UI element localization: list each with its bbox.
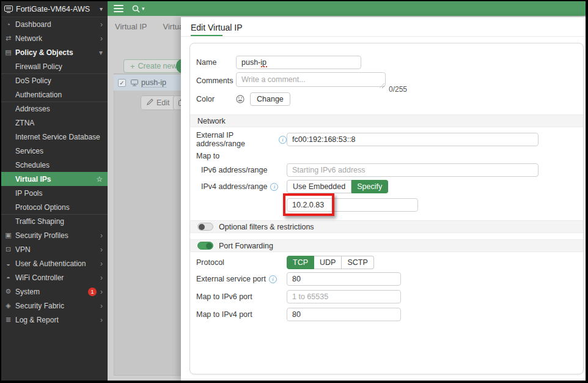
log-report-icon: ≣ bbox=[4, 316, 12, 324]
sidebar: FortiGate-VM64-AWS ▾ ◔ Dashboard › ⇄ Net… bbox=[1, 1, 108, 381]
dashboard-icon: ◔ bbox=[4, 21, 12, 28]
specify-button[interactable]: Specify bbox=[351, 180, 388, 193]
protocol-label: Protocol bbox=[196, 258, 287, 267]
sidebar-item-virtual-ips[interactable]: Virtual IPs ☆ bbox=[1, 172, 108, 186]
protocol-segmented: TCP UDP SCTP bbox=[287, 256, 374, 269]
edit-virtual-ip-panel: Edit Virtual IP Name Comments 0/255 bbox=[181, 17, 586, 381]
edit-form-card: Name Comments 0/255 Color Cha bbox=[189, 43, 584, 374]
map-ipv6-port-label: Map to IPv6 port bbox=[196, 292, 287, 301]
row-checkbox[interactable]: ✓ bbox=[118, 79, 126, 87]
name-input[interactable] bbox=[236, 56, 361, 69]
edit-button[interactable]: Edit bbox=[141, 95, 176, 110]
sidebar-item-policy-objects[interactable]: ▤ Policy & Objects ▾ bbox=[1, 45, 108, 59]
external-service-port-input[interactable] bbox=[287, 272, 401, 286]
security-fabric-icon: ◈ bbox=[4, 302, 12, 310]
fortigate-logo-icon bbox=[4, 6, 13, 13]
comments-input[interactable] bbox=[236, 72, 386, 87]
table-row[interactable]: ✓ push-ip bbox=[114, 75, 182, 91]
pencil-icon bbox=[147, 99, 156, 107]
color-label: Color bbox=[196, 95, 236, 103]
info-icon[interactable]: i bbox=[270, 183, 278, 191]
system-gear-icon: ⚙ bbox=[4, 288, 12, 296]
color-change-button[interactable]: Change bbox=[250, 92, 290, 106]
map-ipv4-port-label: Map to IPv4 port bbox=[196, 310, 287, 319]
sidebar-item-security-fabric[interactable]: ◈ Security Fabric › bbox=[1, 299, 108, 313]
optional-filters-section: Optional filters & restrictions bbox=[190, 220, 583, 233]
map-ipv6-port-input[interactable] bbox=[287, 290, 401, 303]
map-ipv4-port-input[interactable] bbox=[287, 308, 401, 321]
search-button[interactable]: ▾ bbox=[132, 5, 145, 13]
chevron-right-icon: › bbox=[100, 259, 103, 268]
sidebar-item-services[interactable]: Services bbox=[1, 144, 108, 158]
tcp-button[interactable]: TCP bbox=[287, 256, 314, 269]
sidebar-item-dos-policy[interactable]: DoS Policy bbox=[1, 73, 108, 87]
optional-filters-label: Optional filters & restrictions bbox=[219, 223, 314, 231]
sidebar-item-dashboard[interactable]: ◔ Dashboard › bbox=[1, 17, 108, 31]
content-tabs: Virtual IPVirtual IP Group bbox=[115, 21, 183, 32]
port-forwarding-label: Port Forwarding bbox=[219, 242, 273, 250]
sidebar-item-system[interactable]: ⚙ System 1 › bbox=[1, 284, 108, 299]
device-name: FortiGate-VM64-AWS bbox=[16, 5, 90, 13]
sidebar-item-traffic-shaping[interactable]: Traffic Shaping bbox=[1, 214, 108, 228]
sidebar-item-internet-service-database[interactable]: Internet Service Database bbox=[1, 130, 108, 144]
sidebar-item-user-authentication[interactable]: ◒ User & Authentication › bbox=[1, 256, 108, 270]
device-selector[interactable]: FortiGate-VM64-AWS ▾ bbox=[1, 1, 108, 17]
sidebar-item-security-profiles[interactable]: ▣ Security Profiles › bbox=[1, 228, 108, 242]
sidebar-item-log-report[interactable]: ≣ Log & Report › bbox=[1, 313, 108, 327]
chevron-down-icon: ▾ bbox=[99, 48, 103, 57]
screenshot-frame: ▾ Virtual IPVirtual IP Group + Create ne… bbox=[0, 0, 588, 383]
sidebar-item-ztna[interactable]: ZTNA bbox=[1, 116, 108, 130]
sidebar-item-firewall-policy[interactable]: Firewall Policy bbox=[1, 59, 108, 73]
port-forwarding-section: Port Forwarding bbox=[190, 239, 583, 252]
create-new-button[interactable]: + Create new bbox=[123, 59, 184, 73]
sidebar-item-ip-pools[interactable]: IP Pools bbox=[1, 186, 108, 200]
comments-counter: 0/255 bbox=[389, 85, 407, 94]
sidebar-item-vpn[interactable]: ⊡ VPN › bbox=[1, 242, 108, 256]
sidebar-item-network[interactable]: ⇄ Network › bbox=[1, 31, 108, 45]
ipv4-mode-segmented: Use Embedded Specify bbox=[287, 180, 388, 193]
info-icon[interactable]: i bbox=[269, 275, 277, 283]
ipv4-range-label: IPv4 address/range i bbox=[196, 182, 287, 191]
sidebar-item-addresses[interactable]: Addresses bbox=[1, 102, 108, 116]
policy-objects-icon: ▤ bbox=[4, 48, 12, 56]
ipv4-address-input[interactable] bbox=[287, 198, 418, 212]
ipv6-range-input[interactable] bbox=[287, 163, 538, 177]
external-ip-input[interactable] bbox=[287, 133, 538, 146]
udp-button[interactable]: UDP bbox=[314, 256, 342, 269]
sidebar-item-protocol-options[interactable]: Protocol Options bbox=[1, 200, 108, 214]
chevron-right-icon: › bbox=[100, 288, 103, 296]
network-icon: ⇄ bbox=[4, 34, 12, 42]
map-to-label: Map to bbox=[190, 152, 583, 160]
user-authentication-icon: ◒ bbox=[4, 260, 12, 267]
edit-button-label: Edit bbox=[156, 99, 170, 107]
favorite-star-icon[interactable]: ☆ bbox=[96, 175, 103, 184]
color-swatch-icon bbox=[236, 95, 245, 103]
search-icon bbox=[132, 5, 140, 13]
chevron-right-icon: › bbox=[100, 34, 103, 43]
tab-virtual-ip[interactable]: Virtual IP bbox=[115, 22, 147, 31]
comments-label: Comments bbox=[196, 76, 236, 85]
port-forwarding-toggle[interactable] bbox=[197, 242, 213, 250]
chevron-right-icon: › bbox=[100, 245, 103, 254]
active-tab-underline bbox=[191, 35, 222, 36]
name-label: Name bbox=[196, 58, 236, 67]
tab-virtual-ip-group[interactable]: Virtual IP Group bbox=[163, 22, 183, 31]
device-caret-icon: ▾ bbox=[100, 6, 103, 12]
security-profiles-icon: ▣ bbox=[4, 231, 12, 239]
external-service-port-label: External service port i bbox=[196, 275, 287, 283]
chevron-right-icon: › bbox=[100, 20, 103, 29]
use-embedded-button[interactable]: Use Embedded bbox=[287, 180, 351, 193]
optional-filters-toggle[interactable] bbox=[197, 223, 213, 231]
info-icon[interactable]: i bbox=[279, 136, 287, 144]
sidebar-item-wifi-controller[interactable]: ◓ WiFi Controller › bbox=[1, 270, 108, 284]
vpn-icon: ⊡ bbox=[4, 245, 12, 253]
panel-header: Edit Virtual IP bbox=[181, 17, 586, 37]
chevron-right-icon: › bbox=[100, 302, 103, 310]
sctp-button[interactable]: SCTP bbox=[342, 256, 373, 269]
sidebar-item-authentication[interactable]: Authentication bbox=[1, 87, 108, 102]
sidebar-item-schedules[interactable]: Schedules bbox=[1, 158, 108, 172]
virtual-ip-table bbox=[114, 73, 182, 376]
hamburger-menu-icon[interactable] bbox=[114, 3, 123, 14]
plus-icon: + bbox=[130, 62, 135, 71]
external-ip-label: External IP address/range i bbox=[196, 131, 287, 148]
